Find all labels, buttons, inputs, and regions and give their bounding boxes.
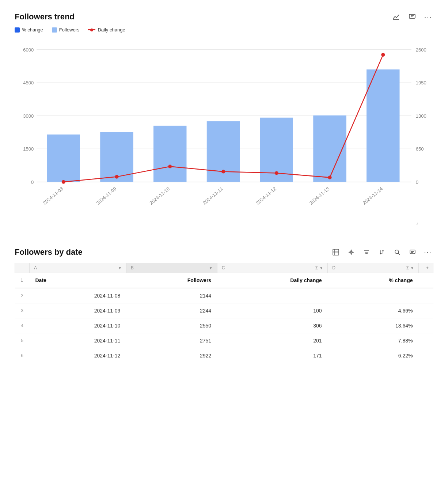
svg-text:4500: 4500 [23,80,34,86]
row-num: 6 [15,348,30,363]
svg-rect-28 [333,249,339,255]
table-row: 6 2024-11-12 2922 171 6.22% [15,348,433,363]
dot-0 [62,180,65,184]
table-body: 2 2024-11-08 2144 3 2024-11-09 2244 100 … [15,288,433,363]
followers-cell: 2922 [126,348,217,363]
row-num-col: 1 [15,273,30,288]
chart-area: 6000 4500 3000 1500 0 2600 1950 1300 650… [15,39,433,229]
table-row: 4 2024-11-10 2550 306 13.64% [15,318,433,333]
bar-6 [367,69,399,182]
svg-text:6000: 6000 [23,47,34,53]
row-num: 5 [15,333,30,348]
svg-text:2024-11-08: 2024-11-08 [42,186,64,206]
date-cell: 2024-11-08 [30,288,126,303]
svg-text:1500: 1500 [23,146,34,152]
pct-change-cell: 7.88% [328,333,419,348]
search-icon[interactable] [392,247,403,258]
daily-change-cell: 201 [217,333,328,348]
chart-legend: % change Followers Daily change [15,27,433,33]
table-view-icon[interactable] [330,247,341,258]
dot-2 [168,164,172,168]
col-A-header[interactable]: A ▼ [30,263,126,273]
table-title: Followers by date [15,247,83,257]
table-comment-icon[interactable] [407,247,418,258]
chart-header-icons: ··· [391,12,433,22]
svg-text:3000: 3000 [23,113,34,119]
sparkle-icon[interactable] [346,247,357,258]
table-row: 3 2024-11-09 2244 100 4.66% [15,303,433,318]
row-num: 2 [15,288,30,303]
svg-text:650: 650 [416,146,424,152]
legend-swatch-pct [15,27,20,33]
table-toolbar-icons: ··· [330,247,433,258]
data-header-row: 1 Date Followers Daily change % change [15,273,433,288]
table-header: Followers by date [15,247,433,258]
bar-2 [153,126,186,182]
more-dots-icon[interactable]: ··· [423,12,433,22]
followers-cell: 2144 [126,288,217,303]
legend-label-daily: Daily change [98,27,125,33]
svg-rect-1 [409,14,415,18]
dot-6 [381,53,385,57]
daily-change-cell [217,288,328,303]
row-num: 4 [15,318,30,333]
date-cell: 2024-11-11 [30,333,126,348]
bar-5 [313,115,346,182]
svg-point-35 [395,250,399,254]
svg-line-36 [398,253,400,255]
followers-table: A ▼ B ▼ C Σ▼ [15,263,433,363]
svg-text:0: 0 [31,179,34,185]
date-col-header: Date [30,273,126,288]
legend-line-daily [88,29,95,30]
dot-3 [221,170,225,174]
pct-change-cell: 4.66% [328,303,419,318]
col-D-header[interactable]: D Σ▼ [328,263,419,273]
daily-change-cell: 306 [217,318,328,333]
legend-followers: Followers [52,27,80,33]
pct-change-cell: 6.22% [328,348,419,363]
row-num: 3 [15,303,30,318]
add-col-button[interactable]: + [419,263,433,273]
chart-section: Followers trend ··· % [15,12,433,229]
empty-cell [419,348,433,363]
legend-daily-change: Daily change [88,27,125,33]
pct-change-col-header: % change [328,273,419,288]
svg-text:2024-11-09: 2024-11-09 [95,186,118,206]
dot-4 [275,171,278,175]
date-cell: 2024-11-09 [30,303,126,318]
filter-icon[interactable] [361,247,372,258]
legend-label-pct: % change [22,27,43,33]
svg-rect-37 [410,250,415,254]
legend-label-followers: Followers [59,27,80,33]
svg-text:0: 0 [416,179,418,185]
dot-5 [328,176,331,179]
dot-1 [115,175,118,179]
followers-cell: 2244 [126,303,217,318]
col-C-header[interactable]: C Σ▼ [217,263,328,273]
daily-change-cell: 171 [217,348,328,363]
table-row: 5 2024-11-11 2751 201 7.88% [15,333,433,348]
add-col-spacer [419,273,433,288]
svg-text:1300: 1300 [416,113,426,119]
table-more-icon[interactable]: ··· [422,247,433,258]
col-B-header[interactable]: B ▼ [126,263,217,273]
chart-svg: 6000 4500 3000 1500 0 2600 1950 1300 650… [15,39,433,229]
chart-line-icon[interactable] [391,12,401,22]
svg-text:⌟: ⌟ [416,219,418,225]
chart-title: Followers trend [15,12,75,22]
empty-cell [419,318,433,333]
date-cell: 2024-11-10 [30,318,126,333]
table-section: Followers by date [15,247,433,363]
svg-text:2024-11-11: 2024-11-11 [202,186,224,206]
empty-cell [419,303,433,318]
legend-pct-change: % change [15,27,43,33]
pct-change-cell [328,288,419,303]
sort-icon[interactable] [376,247,387,258]
comment-icon[interactable] [407,12,417,22]
svg-text:1950: 1950 [416,80,426,86]
table-row: 2 2024-11-08 2144 [15,288,433,303]
legend-swatch-followers [52,27,57,33]
chart-header: Followers trend ··· [15,12,433,22]
pct-change-cell: 13.64% [328,318,419,333]
followers-cell: 2550 [126,318,217,333]
